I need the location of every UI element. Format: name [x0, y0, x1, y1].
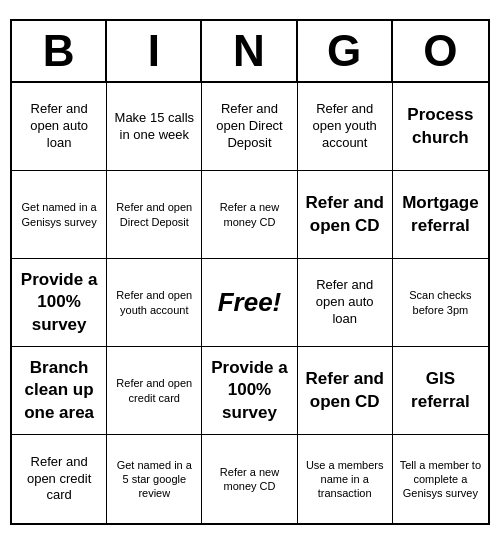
bingo-cell-1: Make 15 calls in one week — [107, 83, 202, 171]
bingo-cell-2: Refer and open Direct Deposit — [202, 83, 297, 171]
cell-text-9: Mortgage referral — [399, 192, 482, 236]
cell-text-14: Scan checks before 3pm — [399, 288, 482, 317]
bingo-cell-3: Refer and open youth account — [298, 83, 393, 171]
cell-text-22: Refer a new money CD — [208, 465, 290, 494]
cell-text-12: Free! — [218, 286, 282, 320]
bingo-cell-0: Refer and open auto loan — [12, 83, 107, 171]
bingo-cell-8: Refer and open CD — [298, 171, 393, 259]
header-letter-b: B — [12, 21, 107, 81]
bingo-cell-9: Mortgage referral — [393, 171, 488, 259]
header-letter-g: G — [298, 21, 393, 81]
bingo-cell-4: Process church — [393, 83, 488, 171]
cell-text-15: Branch clean up one area — [18, 357, 100, 423]
cell-text-3: Refer and open youth account — [304, 101, 386, 152]
cell-text-23: Use a members name in a transaction — [304, 458, 386, 501]
cell-text-17: Provide a 100% survey — [208, 357, 290, 423]
bingo-cell-11: Refer and open youth account — [107, 259, 202, 347]
cell-text-1: Make 15 calls in one week — [113, 110, 195, 144]
cell-text-19: GIS referral — [399, 368, 482, 412]
cell-text-16: Refer and open credit card — [113, 376, 195, 405]
cell-text-24: Tell a member to complete a Genisys surv… — [399, 458, 482, 501]
bingo-cell-14: Scan checks before 3pm — [393, 259, 488, 347]
bingo-grid: Refer and open auto loanMake 15 calls in… — [12, 83, 488, 523]
bingo-cell-17: Provide a 100% survey — [202, 347, 297, 435]
bingo-cell-19: GIS referral — [393, 347, 488, 435]
bingo-cell-13: Refer and open auto loan — [298, 259, 393, 347]
cell-text-4: Process church — [399, 104, 482, 148]
bingo-header: BINGO — [12, 21, 488, 83]
bingo-cell-18: Refer and open CD — [298, 347, 393, 435]
cell-text-13: Refer and open auto loan — [304, 277, 386, 328]
cell-text-5: Get named in a Genisys survey — [18, 200, 100, 229]
cell-text-10: Provide a 100% survey — [18, 269, 100, 335]
cell-text-21: Get named in a 5 star google review — [113, 458, 195, 501]
bingo-cell-15: Branch clean up one area — [12, 347, 107, 435]
cell-text-2: Refer and open Direct Deposit — [208, 101, 290, 152]
bingo-cell-12: Free! — [202, 259, 297, 347]
cell-text-11: Refer and open youth account — [113, 288, 195, 317]
bingo-cell-16: Refer and open credit card — [107, 347, 202, 435]
header-letter-o: O — [393, 21, 488, 81]
cell-text-0: Refer and open auto loan — [18, 101, 100, 152]
cell-text-18: Refer and open CD — [304, 368, 386, 412]
header-letter-i: I — [107, 21, 202, 81]
bingo-cell-7: Refer a new money CD — [202, 171, 297, 259]
cell-text-7: Refer a new money CD — [208, 200, 290, 229]
header-letter-n: N — [202, 21, 297, 81]
bingo-cell-23: Use a members name in a transaction — [298, 435, 393, 523]
bingo-cell-10: Provide a 100% survey — [12, 259, 107, 347]
bingo-cell-6: Refer and open Direct Deposit — [107, 171, 202, 259]
bingo-card: BINGO Refer and open auto loanMake 15 ca… — [10, 19, 490, 525]
bingo-cell-22: Refer a new money CD — [202, 435, 297, 523]
cell-text-8: Refer and open CD — [304, 192, 386, 236]
cell-text-20: Refer and open credit card — [18, 454, 100, 505]
bingo-cell-21: Get named in a 5 star google review — [107, 435, 202, 523]
bingo-cell-24: Tell a member to complete a Genisys surv… — [393, 435, 488, 523]
bingo-cell-5: Get named in a Genisys survey — [12, 171, 107, 259]
bingo-cell-20: Refer and open credit card — [12, 435, 107, 523]
cell-text-6: Refer and open Direct Deposit — [113, 200, 195, 229]
